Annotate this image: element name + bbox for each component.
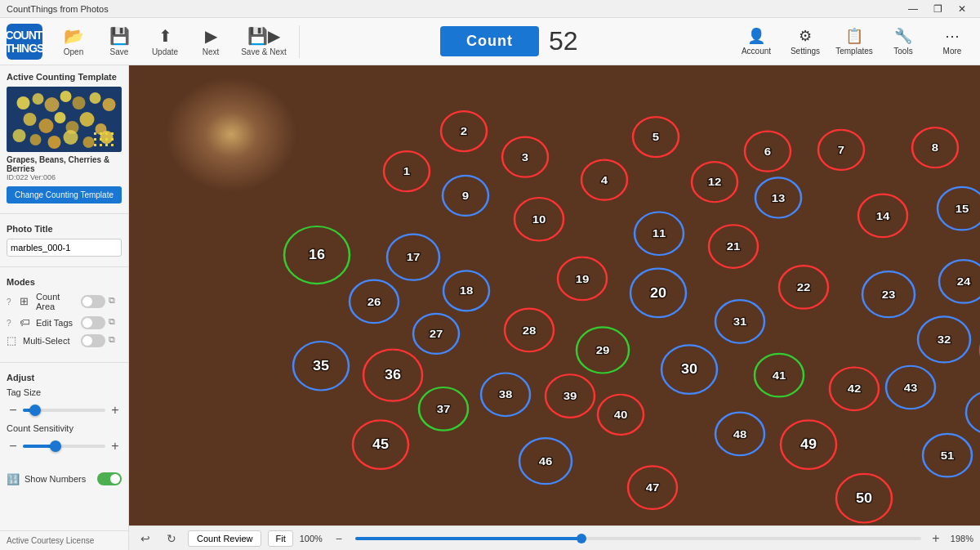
marble-12[interactable]: 12	[692, 162, 737, 202]
marble-47[interactable]: 47	[628, 466, 677, 509]
count-review-button[interactable]: Count Review	[188, 530, 261, 547]
marble-15[interactable]: 15	[938, 187, 980, 230]
marble-42[interactable]: 42	[830, 367, 879, 410]
marble-21[interactable]: 21	[709, 225, 758, 268]
undo-button[interactable]: ↩	[136, 529, 155, 548]
adjust-label: Adjust	[7, 373, 122, 382]
save-and-next-button[interactable]: 💾▶ Save & Next	[235, 20, 292, 63]
marble-2[interactable]: 2	[441, 111, 487, 151]
canvas-container[interactable]: 1234567891011121314151617181920212223242…	[129, 65, 980, 525]
edit-tags-toggle[interactable]	[81, 316, 105, 329]
open-button[interactable]: 📂 Open	[52, 20, 95, 63]
tag-size-plus[interactable]: +	[109, 404, 122, 417]
marble-37[interactable]: 37	[419, 387, 468, 431]
marble-48[interactable]: 48	[715, 413, 764, 456]
marble-22[interactable]: 22	[779, 266, 828, 309]
restore-button[interactable]: ❐	[926, 2, 949, 16]
count-area-copy-icon[interactable]: ⧉	[109, 295, 122, 308]
marble-32[interactable]: 32	[918, 316, 970, 362]
marble-7[interactable]: 7	[818, 130, 864, 170]
marble-16[interactable]: 16	[284, 226, 350, 284]
zoom-out-button[interactable]: −	[329, 529, 349, 548]
marble-19[interactable]: 19	[558, 257, 607, 301]
marble-43[interactable]: 43	[886, 366, 935, 409]
marble-17[interactable]: 17	[387, 235, 439, 280]
save-button[interactable]: 💾 Save	[98, 20, 140, 63]
sensitivity-slider[interactable]	[23, 445, 105, 448]
count-sensitivity-row: Count Sensitivity	[7, 423, 122, 433]
marble-23[interactable]: 23	[862, 271, 915, 317]
sensitivity-thumb[interactable]	[50, 440, 61, 452]
tools-button[interactable]: 🔧 Tools	[882, 20, 924, 63]
zoom-in-button[interactable]: +	[928, 530, 944, 547]
marble-14[interactable]: 14	[858, 195, 907, 238]
marble-1[interactable]: 1	[384, 151, 430, 191]
count-area-help[interactable]: ?	[7, 297, 16, 306]
divider-1	[0, 213, 128, 214]
edit-tags-help[interactable]: ?	[7, 319, 16, 328]
marble-40[interactable]: 40	[598, 395, 644, 435]
zoom-slider-thumb[interactable]	[577, 534, 586, 543]
marble-5[interactable]: 5	[633, 117, 679, 157]
marble-50[interactable]: 50	[836, 474, 892, 523]
marble-3[interactable]: 3	[502, 137, 548, 177]
marble-30[interactable]: 30	[662, 345, 717, 394]
more-button[interactable]: ⋯ More	[931, 20, 973, 63]
marble-24[interactable]: 24	[939, 260, 980, 303]
photo-title-input[interactable]	[7, 239, 122, 257]
edit-tags-copy-icon[interactable]: ⧉	[109, 316, 122, 329]
marble-8[interactable]: 8	[912, 127, 958, 168]
marble-6[interactable]: 6	[745, 132, 791, 172]
marble-41[interactable]: 41	[755, 354, 804, 397]
marble-45[interactable]: 45	[353, 420, 408, 469]
marble-35[interactable]: 35	[293, 342, 349, 391]
marble-44[interactable]: 44	[966, 391, 980, 434]
settings-label: Settings	[791, 47, 820, 56]
marble-11[interactable]: 11	[635, 212, 684, 255]
redo-button[interactable]: ↻	[162, 529, 181, 548]
tools-label: Tools	[893, 47, 912, 56]
fit-button[interactable]: Fit	[268, 530, 292, 547]
sensitivity-minus[interactable]: −	[7, 440, 20, 453]
account-button[interactable]: 👤 Account	[735, 20, 777, 63]
sensitivity-plus[interactable]: +	[109, 440, 122, 453]
show-numbers-toggle[interactable]	[97, 472, 122, 485]
zoom-slider[interactable]	[355, 537, 921, 540]
bottom-bar: ↩ ↻ Count Review Fit 100% − + 198%	[129, 525, 980, 550]
next-button[interactable]: ▶ Next	[189, 20, 232, 63]
marble-49[interactable]: 49	[781, 420, 836, 469]
marble-13[interactable]: 13	[755, 177, 801, 217]
marble-31[interactable]: 31	[715, 300, 764, 343]
change-template-button[interactable]: Change Counting Template	[7, 186, 122, 203]
settings-button[interactable]: ⚙ Settings	[784, 20, 826, 63]
marble-20[interactable]: 20	[630, 269, 686, 318]
count-area-toggle[interactable]	[81, 295, 105, 308]
marble-26[interactable]: 26	[350, 280, 399, 324]
tag-size-thumb[interactable]	[29, 405, 41, 416]
marble-46[interactable]: 46	[519, 438, 572, 484]
update-button[interactable]: ⬆ Update	[144, 20, 186, 63]
tag-size-slider[interactable]	[23, 409, 105, 412]
minimize-button[interactable]: —	[902, 2, 924, 16]
marble-4[interactable]: 4	[581, 160, 627, 200]
multi-select-toggle[interactable]	[81, 334, 105, 347]
tag-size-minus[interactable]: −	[7, 404, 20, 417]
marble-38[interactable]: 38	[481, 373, 530, 417]
svg-point-6	[90, 92, 101, 104]
marble-18[interactable]: 18	[443, 271, 489, 311]
marble-28[interactable]: 28	[505, 309, 554, 352]
templates-button[interactable]: 📋 Templates	[833, 20, 875, 63]
multi-select-copy-icon[interactable]: ⧉	[109, 334, 122, 347]
marble-label-1: 1	[403, 165, 411, 177]
close-button[interactable]: ✕	[951, 2, 973, 16]
count-button[interactable]: Count	[440, 26, 539, 56]
marble-29[interactable]: 29	[577, 327, 629, 373]
marble-label-51: 51	[941, 449, 955, 462]
marble-27[interactable]: 27	[413, 314, 459, 354]
marble-39[interactable]: 39	[546, 374, 595, 418]
marble-36[interactable]: 36	[363, 350, 422, 401]
marble-10[interactable]: 10	[514, 198, 564, 241]
marble-51[interactable]: 51	[923, 434, 972, 477]
marble-9[interactable]: 9	[443, 176, 488, 216]
marble-label-20: 20	[650, 286, 666, 301]
